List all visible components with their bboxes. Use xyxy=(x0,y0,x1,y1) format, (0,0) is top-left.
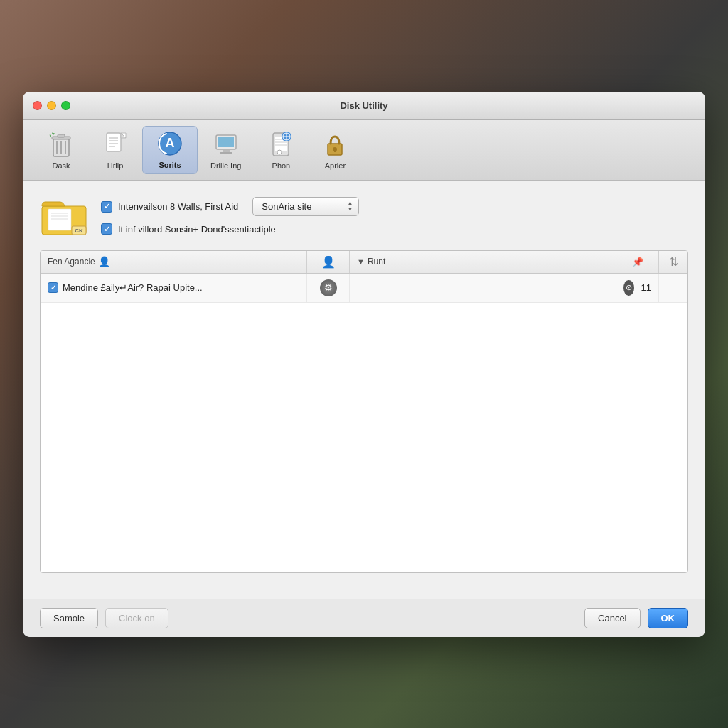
row-count-cell: ⊘ 11 xyxy=(616,274,659,302)
toolbar: Dask Hrlip A xyxy=(23,120,705,181)
checkbox-1[interactable] xyxy=(101,201,112,213)
table-row[interactable]: Mendine £aily↵Air? Rapai Upite... ⚙ ⊘ 11 xyxy=(41,274,687,303)
window-title: Disk Utility xyxy=(340,100,387,111)
person-col-icon: 👤 xyxy=(98,256,110,267)
checkbox-row-2: It inf villord Sonsin+ Dond'ssentiactipl… xyxy=(101,223,688,235)
col-runt-label: Runt xyxy=(368,257,385,267)
cancel-button[interactable]: Cancel xyxy=(584,608,640,628)
row-name-cell: Mendine £aily↵Air? Rapai Upite... xyxy=(41,274,307,302)
toolbar-item-phon[interactable]: Phon xyxy=(254,127,308,174)
col-header-sort[interactable]: ⇅ xyxy=(659,251,687,273)
sorits-icon: A xyxy=(156,129,184,158)
row-gear-cell: ⚙ xyxy=(307,274,350,302)
toolbar-item-dask[interactable]: Dask xyxy=(34,127,88,174)
dropdown-value: SonAria site xyxy=(262,201,341,212)
gear-icon: ⚙ xyxy=(320,279,337,296)
checkbox-row-1: Intenvailson 8 Walls, First Aid SonAria … xyxy=(101,197,688,216)
svg-rect-16 xyxy=(218,137,234,147)
aprier-icon xyxy=(321,130,349,159)
sort-icon: ⇅ xyxy=(669,255,678,269)
svg-rect-2 xyxy=(58,134,65,137)
col-header-pin: 📌 xyxy=(616,251,659,273)
checkbox-label-2: It inf villord Sonsin+ Dond'ssentiactipl… xyxy=(118,224,276,235)
maximize-button[interactable] xyxy=(61,101,70,110)
row-checkbox[interactable] xyxy=(48,282,58,293)
toolbar-label-sorits: Sorits xyxy=(159,161,181,169)
dask-icon xyxy=(47,130,75,159)
hrlip-icon xyxy=(101,130,129,159)
col-header-runt: ▼ Runt xyxy=(350,251,616,273)
table-header: Fen Agancle 👤 👤 ▼ Runt 📌 ⇅ xyxy=(41,251,687,274)
toolbar-item-drille-ing[interactable]: Drille Ing xyxy=(198,127,254,174)
phon-icon xyxy=(267,130,295,159)
toolbar-label-dask: Dask xyxy=(52,161,70,170)
samole-button[interactable]: Samole xyxy=(40,608,98,628)
toolbar-label-drille-ing: Drille Ing xyxy=(210,161,241,170)
drille-ing-icon xyxy=(212,130,240,159)
checkboxes-group: Intenvailson 8 Walls, First Aid SonAria … xyxy=(101,197,688,235)
ok-button[interactable]: OK xyxy=(648,608,689,628)
svg-rect-31 xyxy=(334,149,336,152)
close-button[interactable] xyxy=(33,101,42,110)
clock-on-button: Clock on xyxy=(105,608,168,628)
checkbox-label-1: Intenvailson 8 Walls, First Aid xyxy=(118,201,238,212)
folder-icon: CK xyxy=(40,195,90,237)
toolbar-label-phon: Phon xyxy=(272,161,291,170)
clock-icon: ⊘ xyxy=(623,280,634,296)
filter-icon: ▼ xyxy=(357,257,365,266)
svg-point-24 xyxy=(277,150,282,154)
traffic-lights xyxy=(33,101,70,110)
row-runt-cell xyxy=(350,274,616,302)
table-body: Mendine £aily↵Air? Rapai Upite... ⚙ ⊘ 11 xyxy=(41,274,687,572)
toolbar-item-hrlip[interactable]: Hrlip xyxy=(88,127,142,174)
content-area: CK Intenvailson 8 Walls, First Aid SonAr… xyxy=(23,181,705,599)
minimize-button[interactable] xyxy=(47,101,56,110)
dropdown-sonaria[interactable]: SonAria site xyxy=(252,197,359,216)
options-row: CK Intenvailson 8 Walls, First Aid SonAr… xyxy=(40,195,688,237)
svg-text:CK: CK xyxy=(75,228,83,234)
toolbar-label-hrlip: Hrlip xyxy=(107,161,124,170)
row-name-text: Mendine £aily↵Air? Rapai Upite... xyxy=(63,282,203,293)
svg-rect-6 xyxy=(107,133,121,151)
svg-rect-17 xyxy=(223,150,230,152)
toolbar-label-aprier: Aprier xyxy=(325,161,346,170)
dropdown-arrow-icon xyxy=(347,200,353,213)
toolbar-item-sorits[interactable]: A Sorits xyxy=(142,126,198,174)
row-empty-cell xyxy=(659,274,687,302)
disk-utility-window: Disk Utility Dask xyxy=(23,92,705,637)
pin-icon: 📌 xyxy=(632,257,643,267)
col-name-label: Fen Agancle xyxy=(48,257,95,267)
button-row: Samole Clock on Cancel OK xyxy=(23,599,705,637)
col-header-person: 👤 xyxy=(307,251,350,273)
titlebar: Disk Utility xyxy=(23,92,705,120)
toolbar-item-aprier[interactable]: Aprier xyxy=(308,127,362,174)
row-count-text: 11 xyxy=(641,282,651,293)
svg-rect-18 xyxy=(220,152,232,154)
checkbox-2[interactable] xyxy=(101,223,112,235)
svg-rect-33 xyxy=(48,209,71,230)
svg-text:A: A xyxy=(166,136,175,150)
col-header-name: Fen Agancle 👤 xyxy=(41,251,307,273)
person-small-icon: 👤 xyxy=(321,255,336,269)
table-container: Fen Agancle 👤 👤 ▼ Runt 📌 ⇅ xyxy=(40,250,688,573)
